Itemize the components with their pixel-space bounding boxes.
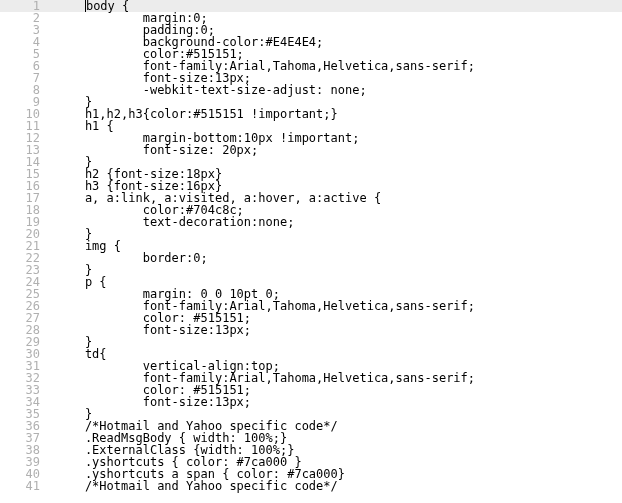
gutter-gap xyxy=(42,240,56,252)
code-line[interactable]: 22 border:0; xyxy=(0,252,622,264)
gutter-gap xyxy=(42,384,56,396)
line-number: 41 xyxy=(0,480,42,492)
gutter-gap xyxy=(42,24,56,36)
gutter-gap xyxy=(42,180,56,192)
gutter-gap xyxy=(42,0,56,12)
gutter-gap xyxy=(42,444,56,456)
gutter-gap xyxy=(42,420,56,432)
gutter-gap xyxy=(42,204,56,216)
gutter-gap xyxy=(42,84,56,96)
code-line[interactable]: 8 -webkit-text-size-adjust: none; xyxy=(0,84,622,96)
gutter-gap xyxy=(42,36,56,48)
gutter-gap xyxy=(42,48,56,60)
code-line[interactable]: 28 font-size:13px; xyxy=(0,324,622,336)
code-line[interactable]: 13 font-size: 20px; xyxy=(0,144,622,156)
gutter-gap xyxy=(42,216,56,228)
code-line[interactable]: 41 /*Hotmail and Yahoo specific code*/ xyxy=(0,480,622,492)
gutter-gap xyxy=(42,468,56,480)
gutter-gap xyxy=(42,12,56,24)
code-editor[interactable]: 1 body {2 margin:0;3 padding:0;4 backgro… xyxy=(0,0,622,503)
gutter-gap xyxy=(42,264,56,276)
gutter-gap xyxy=(42,108,56,120)
gutter-gap xyxy=(42,156,56,168)
gutter-gap xyxy=(42,132,56,144)
gutter-gap xyxy=(42,168,56,180)
gutter-gap xyxy=(42,336,56,348)
gutter-gap xyxy=(42,144,56,156)
gutter-gap xyxy=(42,324,56,336)
gutter-gap xyxy=(42,396,56,408)
gutter-gap xyxy=(42,252,56,264)
code-line[interactable]: 19 text-decoration:none; xyxy=(0,216,622,228)
gutter-gap xyxy=(42,348,56,360)
gutter-gap xyxy=(42,456,56,468)
gutter-gap xyxy=(42,228,56,240)
gutter-gap xyxy=(42,192,56,204)
gutter-gap xyxy=(42,96,56,108)
gutter-gap xyxy=(42,480,56,492)
line-content[interactable]: /*Hotmail and Yahoo specific code*/ xyxy=(56,480,338,492)
gutter-gap xyxy=(42,72,56,84)
gutter-gap xyxy=(42,288,56,300)
gutter-gap xyxy=(42,60,56,72)
gutter-gap xyxy=(42,360,56,372)
line-content[interactable]: -webkit-text-size-adjust: none; xyxy=(56,84,367,96)
gutter-gap xyxy=(42,432,56,444)
gutter-gap xyxy=(42,372,56,384)
gutter-gap xyxy=(42,276,56,288)
gutter-gap xyxy=(42,120,56,132)
gutter-gap xyxy=(42,300,56,312)
gutter-gap xyxy=(42,312,56,324)
gutter-gap xyxy=(42,408,56,420)
code-line[interactable]: 34 font-size:13px; xyxy=(0,396,622,408)
